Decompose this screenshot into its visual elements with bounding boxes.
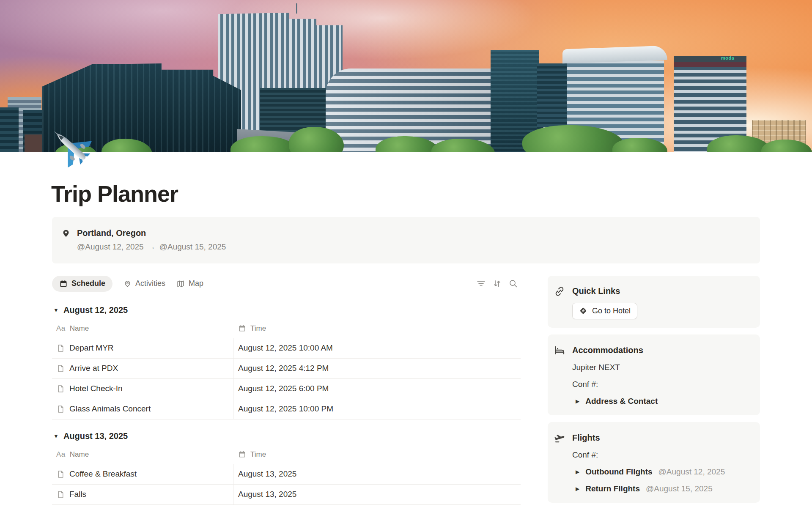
row-time: August 12, 2025 6:00 PM — [238, 384, 329, 393]
expand-toggle-icon: ▶ — [576, 486, 579, 491]
table-row[interactable]: Falls August 13, 2025 — [52, 485, 521, 505]
tab-label: Map — [189, 279, 203, 288]
expand-toggle-icon: ▶ — [576, 399, 579, 404]
end-date-mention[interactable]: @August 15, 2025 — [159, 242, 226, 252]
go-to-hotel-button[interactable]: Go to Hotel — [572, 303, 637, 319]
card-title: Flights — [572, 433, 600, 443]
empty-column — [424, 319, 521, 338]
cover-roof-band — [674, 62, 746, 67]
search-icon[interactable] — [508, 279, 518, 288]
column-header-time[interactable]: Time — [233, 319, 424, 338]
calendar-icon — [238, 450, 246, 458]
toggle-label: Address & Contact — [585, 396, 658, 407]
card-body: Go to Hotel — [572, 297, 752, 319]
row-time: August 12, 2025 10:00 AM — [238, 343, 333, 353]
table-row[interactable]: Arrive at PDX August 12, 2025 4:12 PM — [52, 359, 521, 379]
card-header: Flights — [554, 432, 752, 444]
quick-links-card: Quick Links Go to Hotel — [548, 276, 760, 328]
cover-roof — [674, 56, 746, 62]
bed-icon — [554, 345, 565, 356]
toggle-label: Outbound Flights — [585, 466, 652, 477]
page-file-icon — [56, 364, 65, 373]
table-row[interactable]: Depart MYR August 12, 2025 10:00 AM — [52, 338, 521, 359]
view-tabs: Schedule Activities — [52, 276, 521, 292]
empty-cell — [424, 379, 521, 399]
row-time: August 12, 2025 4:12 PM — [238, 364, 329, 373]
table-row[interactable]: Hotel Check-In August 12, 2025 6:00 PM — [52, 379, 521, 399]
column-label: Name — [70, 324, 89, 333]
outbound-flights-toggle[interactable]: ▶ Outbound Flights @August 12, 2025 — [572, 466, 752, 477]
column-header-name[interactable]: Aa Name — [52, 445, 233, 464]
column-label: Time — [250, 324, 266, 333]
row-time: August 13, 2025 — [238, 490, 296, 499]
directions-icon — [579, 307, 587, 315]
column-label: Name — [70, 450, 89, 459]
sort-icon[interactable] — [492, 279, 502, 288]
callout-text: Portland, Oregon @August 12, 2025 → @Aug… — [77, 228, 226, 252]
empty-cell — [424, 485, 521, 504]
link-icon — [554, 286, 565, 297]
text-type-icon: Aa — [56, 324, 66, 333]
trip-dates: @August 12, 2025 → @August 15, 2025 — [77, 242, 226, 252]
empty-cell — [424, 399, 521, 419]
location-pin-icon — [61, 228, 71, 238]
row-time: August 12, 2025 10:00 PM — [238, 404, 333, 414]
empty-cell — [424, 359, 521, 378]
filter-icon[interactable] — [476, 279, 486, 288]
notion-page: moda — [0, 0, 812, 507]
text-type-icon: Aa — [56, 450, 66, 459]
section-date[interactable]: August 13, 2025 — [63, 431, 128, 441]
flight-date-mention[interactable]: @August 15, 2025 — [646, 483, 713, 494]
cover-building — [0, 107, 19, 152]
page-file-icon — [56, 405, 65, 414]
row-name: Hotel Check-In — [69, 384, 123, 393]
hotel-name: Jupiter NEXT — [572, 362, 752, 373]
empty-cell — [424, 464, 521, 484]
page-file-icon — [56, 490, 65, 499]
collapse-toggle-icon[interactable]: ▼ — [53, 307, 59, 313]
row-name: Arrive at PDX — [69, 364, 118, 373]
calendar-icon — [238, 324, 246, 332]
start-date-mention[interactable]: @August 12, 2025 — [77, 242, 144, 252]
column-header-time[interactable]: Time — [233, 445, 424, 464]
pin-icon — [123, 280, 132, 288]
confirmation-label: Conf #: — [572, 379, 752, 390]
empty-cell — [424, 338, 521, 358]
section-date[interactable]: August 12, 2025 — [63, 305, 128, 315]
schedule-database: Schedule Activities — [52, 276, 521, 507]
accommodations-card: Accommodations Jupiter NEXT Conf #: ▶ Ad… — [548, 334, 760, 415]
column-header-name[interactable]: Aa Name — [52, 319, 233, 338]
trip-location[interactable]: Portland, Oregon — [77, 228, 226, 238]
return-flights-toggle[interactable]: ▶ Return Flights @August 15, 2025 — [572, 483, 752, 494]
table-header-row: Aa Name Time — [52, 319, 521, 338]
card-body: Conf #: ▶ Outbound Flights @August 12, 2… — [572, 449, 752, 494]
tab-schedule[interactable]: Schedule — [52, 276, 112, 292]
empty-column — [424, 445, 521, 464]
address-contact-toggle[interactable]: ▶ Address & Contact — [572, 396, 752, 407]
flight-date-mention[interactable]: @August 12, 2025 — [658, 466, 725, 477]
arrow-right-icon: → — [148, 242, 156, 252]
cover-image: moda — [0, 0, 812, 152]
page-file-icon — [56, 384, 65, 393]
row-name: Falls — [69, 490, 86, 499]
row-name: Glass Animals Concert — [69, 404, 151, 414]
page-title[interactable]: Trip Planner — [51, 180, 760, 208]
tab-activities[interactable]: Activities — [123, 279, 165, 288]
collapse-toggle-icon[interactable]: ▼ — [53, 433, 59, 439]
button-label: Go to Hotel — [592, 307, 631, 315]
view-actions — [476, 279, 521, 288]
page-file-icon — [56, 470, 65, 479]
schedule-table-aug12: Aa Name Time — [52, 319, 521, 419]
airplane-takeoff-icon — [554, 432, 565, 444]
row-time: August 13, 2025 — [238, 469, 296, 479]
table-row[interactable]: Glass Animals Concert August 12, 2025 10… — [52, 399, 521, 419]
card-header: Accommodations — [554, 345, 752, 356]
expand-toggle-icon: ▶ — [576, 469, 579, 474]
main-columns: Schedule Activities — [52, 276, 760, 507]
tab-map[interactable]: Map — [176, 279, 203, 288]
moda-sign-text: moda — [721, 55, 734, 60]
section-header-aug13: ▼ August 13, 2025 — [52, 431, 521, 441]
table-row[interactable]: Coffee & Breakfast August 13, 2025 — [52, 464, 521, 485]
page-icon-airplane-emoji[interactable] — [50, 125, 94, 169]
tab-label: Schedule — [71, 279, 105, 288]
